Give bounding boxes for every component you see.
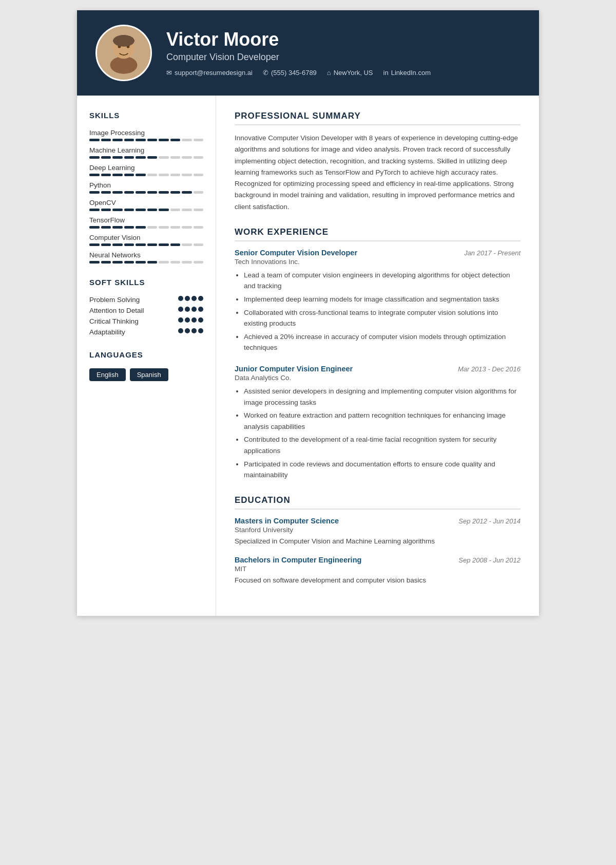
soft-skill-row: Attention to Detail — [89, 307, 203, 314]
job-title: Junior Computer Vision Engineer — [235, 365, 353, 373]
skill-bar-segment — [124, 261, 134, 264]
contact-item: inLinkedIn.com — [383, 69, 431, 77]
skill-bar-segment — [89, 243, 100, 246]
skill-bar-segment — [159, 156, 169, 159]
soft-skill-dot — [191, 328, 197, 333]
skill-bar-segment — [124, 156, 134, 159]
edu-header: Masters in Computer Science Sep 2012 - J… — [235, 517, 521, 525]
skill-bar-segment — [194, 261, 204, 264]
header: Victor Moore Computer Vision Developer ✉… — [77, 10, 539, 96]
skill-bar-segment — [170, 243, 181, 246]
soft-skill-dot — [191, 317, 197, 323]
soft-skill-row: Critical Thinking — [89, 317, 203, 325]
skill-bar-segment — [147, 209, 158, 211]
skill-bar-segment — [170, 191, 181, 194]
skill-bar-segment — [124, 139, 134, 141]
soft-skill-dots — [178, 317, 203, 323]
resume-container: Victor Moore Computer Vision Developer ✉… — [77, 10, 539, 616]
soft-skill-dot — [198, 307, 203, 312]
job-bullet: Lead a team of computer vision engineers… — [244, 270, 521, 292]
soft-skill-row: Problem Solving — [89, 296, 203, 304]
summary-title: PROFESSIONAL SUMMARY — [235, 111, 521, 125]
skill-bar — [89, 139, 203, 141]
job-dates: Mar 2013 - Dec 2016 — [458, 365, 521, 373]
soft-skill-dot — [185, 307, 190, 312]
skill-bar-segment — [147, 243, 158, 246]
edu-item: Bachelors in Computer Engineering Sep 20… — [235, 556, 521, 586]
skill-bar-segment — [182, 226, 192, 229]
soft-skill-dot — [185, 296, 190, 301]
job-item: Junior Computer Vision Engineer Mar 2013… — [235, 365, 521, 481]
soft-skill-name: Problem Solving — [89, 296, 178, 304]
skill-bar-segment — [194, 156, 204, 159]
skill-bar-segment — [101, 156, 111, 159]
skill-bar-segment — [89, 209, 100, 211]
skill-bar — [89, 226, 203, 229]
skill-item: OpenCV — [89, 199, 203, 211]
skill-bar-segment — [147, 226, 158, 229]
skill-bar-segment — [182, 243, 192, 246]
contact-item: ⌂NewYork, US — [327, 69, 373, 77]
skill-bar-segment — [112, 174, 123, 176]
skill-bar — [89, 156, 203, 159]
skill-item: Machine Learning — [89, 146, 203, 159]
skill-item: Image Processing — [89, 129, 203, 141]
soft-skills-list: Problem SolvingAttention to DetailCritic… — [89, 296, 203, 336]
svg-point-1 — [110, 57, 138, 74]
languages-section: LANGUAGES EnglishSpanish — [89, 350, 203, 381]
contact-text: NewYork, US — [334, 69, 373, 77]
job-bullets: Assisted senior developers in designing … — [235, 386, 521, 481]
skill-bar-segment — [159, 261, 169, 264]
soft-skill-dot — [178, 296, 183, 301]
skill-bar-segment — [124, 209, 134, 211]
jobs-list: Senior Computer Vision Developer Jan 201… — [235, 249, 521, 481]
skill-name: Machine Learning — [89, 146, 203, 154]
soft-skill-dot — [185, 317, 190, 323]
skill-bar-segment — [170, 209, 181, 211]
skills-section: SKILLS Image ProcessingMachine LearningD… — [89, 111, 203, 264]
edu-item: Masters in Computer Science Sep 2012 - J… — [235, 517, 521, 547]
language-tags: EnglishSpanish — [89, 368, 203, 381]
soft-skill-name: Critical Thinking — [89, 317, 178, 325]
skill-item: Neural Networks — [89, 251, 203, 264]
skill-bar-segment — [147, 174, 158, 176]
skill-bar-segment — [101, 261, 111, 264]
job-bullet: Contributed to the development of a real… — [244, 434, 521, 456]
avatar — [95, 25, 152, 81]
soft-skill-dots — [178, 307, 203, 312]
skill-bar-segment — [101, 243, 111, 246]
soft-skill-dot — [191, 307, 197, 312]
job-company: Data Analytics Co. — [235, 374, 521, 382]
skill-bar-segment — [194, 243, 204, 246]
skill-bar-segment — [194, 191, 204, 194]
edu-description: Specialized in Computer Vision and Machi… — [235, 536, 521, 547]
contact-icon: in — [383, 69, 389, 77]
edu-degree: Masters in Computer Science — [235, 517, 339, 525]
skill-bar-segment — [112, 243, 123, 246]
skill-bar-segment — [89, 174, 100, 176]
skill-name: Computer Vision — [89, 234, 203, 241]
skill-bar-segment — [194, 139, 204, 141]
education-list: Masters in Computer Science Sep 2012 - J… — [235, 517, 521, 586]
contact-icon: ✉ — [166, 69, 172, 77]
skill-bar-segment — [170, 261, 181, 264]
edu-header: Bachelors in Computer Engineering Sep 20… — [235, 556, 521, 564]
skill-bar-segment — [89, 191, 100, 194]
job-dates: Jan 2017 - Present — [464, 249, 521, 257]
skill-name: TensorFlow — [89, 216, 203, 224]
skill-bar-segment — [101, 226, 111, 229]
skill-bar-segment — [112, 139, 123, 141]
soft-skills-title: SOFT SKILLS — [89, 278, 203, 289]
skill-bar-segment — [112, 226, 123, 229]
skill-bar-segment — [159, 174, 169, 176]
svg-rect-6 — [113, 39, 134, 43]
contact-icon: ⌂ — [327, 69, 331, 77]
edu-dates: Sep 2008 - Jun 2012 — [458, 556, 521, 564]
skills-title: SKILLS — [89, 111, 203, 122]
job-bullet: Assisted senior developers in designing … — [244, 386, 521, 408]
skill-bar-segment — [170, 156, 181, 159]
job-bullets: Lead a team of computer vision engineers… — [235, 270, 521, 353]
skill-bar-segment — [159, 139, 169, 141]
soft-skill-dot — [178, 328, 183, 333]
skill-name: Deep Learning — [89, 164, 203, 172]
